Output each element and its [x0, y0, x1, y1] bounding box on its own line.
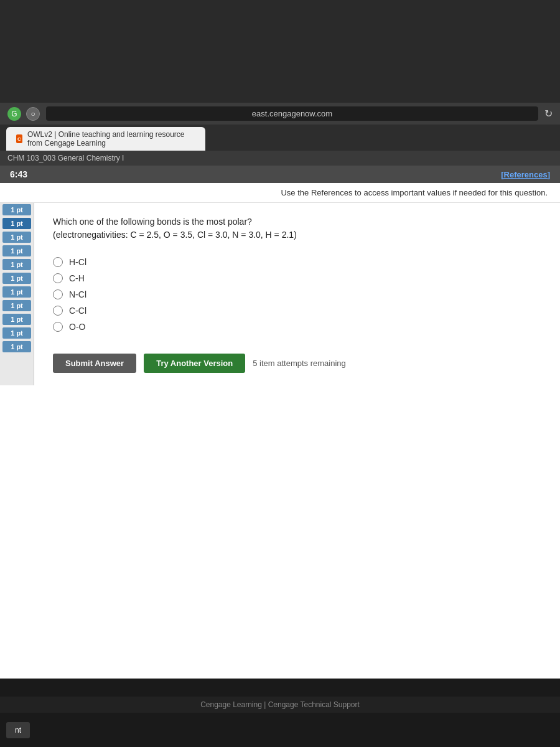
point-item-10: 1 pt: [2, 327, 31, 339]
label-ncl[interactable]: N-Cl: [69, 289, 86, 299]
point-item-1: 1 pt: [2, 204, 31, 215]
answer-option-1: H-Cl: [53, 254, 541, 270]
answer-options: H-Cl C-H N-Cl C-Cl: [53, 254, 541, 335]
assignment-header: 6:43 [References]: [0, 166, 560, 183]
browser-back-icon[interactable]: G: [7, 107, 21, 121]
tab-favicon: C: [16, 134, 22, 143]
cengage-footer: Cengage Learning | Cengage Technical Sup…: [0, 697, 560, 713]
taskbar-item[interactable]: nt: [6, 722, 30, 738]
try-another-button[interactable]: Try Another Version: [144, 354, 245, 373]
label-ccl[interactable]: C-Cl: [69, 306, 86, 316]
point-item-9: 1 pt: [2, 314, 31, 325]
course-nav: CHM 103_003 General Chemistry I: [0, 151, 560, 166]
radio-ccl[interactable]: [53, 306, 63, 316]
label-oo[interactable]: O-O: [69, 322, 85, 332]
footer-text: Cengage Learning | Cengage Technical Sup…: [200, 700, 360, 709]
references-link[interactable]: [References]: [501, 170, 550, 179]
assignment-time: 6:43: [10, 169, 27, 179]
point-item-5: 1 pt: [2, 259, 31, 270]
question-area: Use the References to access important v…: [0, 183, 560, 679]
point-item-6: 1 pt: [2, 273, 31, 284]
refresh-icon[interactable]: ↻: [544, 108, 553, 120]
answer-option-4: C-Cl: [53, 303, 541, 319]
references-note: Use the References to access important v…: [0, 183, 560, 203]
point-item-11: 1 pt: [2, 341, 31, 352]
answer-option-2: C-H: [53, 270, 541, 286]
point-item-8: 1 pt: [2, 300, 31, 311]
browser-forward-icon[interactable]: ○: [26, 107, 40, 121]
label-hcl[interactable]: H-Cl: [69, 257, 86, 267]
label-ch[interactable]: C-H: [69, 273, 85, 283]
browser-icons: G ○: [7, 107, 40, 121]
point-item-4: 1 pt: [2, 245, 31, 256]
question-content: Which one of the following bonds is the …: [34, 203, 560, 385]
content-with-sidebar: 1 pt 1 pt 1 pt 1 pt 1 pt 1 pt 1 pt 1 pt …: [0, 203, 560, 385]
buttons-row: Submit Answer Try Another Version 5 item…: [53, 354, 541, 373]
radio-ncl[interactable]: [53, 289, 63, 299]
question-line1: Which one of the following bonds is the …: [53, 215, 541, 228]
answer-option-3: N-Cl: [53, 286, 541, 303]
tab-bar: C OWLv2 | Online teaching and learning r…: [0, 125, 560, 151]
browser-tab[interactable]: C OWLv2 | Online teaching and learning r…: [6, 127, 205, 151]
attempts-text: 5 item attempts remaining: [253, 359, 346, 368]
question-text: Which one of the following bonds is the …: [53, 215, 541, 242]
answer-option-5: O-O: [53, 319, 541, 335]
main-content: CHM 103_003 General Chemistry I 6:43 [Re…: [0, 151, 560, 679]
radio-oo[interactable]: [53, 322, 63, 332]
point-item-3: 1 pt: [2, 232, 31, 243]
address-bar[interactable]: east.cengagenow.com: [46, 106, 538, 121]
point-item-7: 1 pt: [2, 286, 31, 298]
point-item-2: 1 pt: [2, 218, 31, 229]
question-line2: (electronegativities: C = 2.5, O = 3.5, …: [53, 228, 541, 242]
course-label: CHM 103_003 General Chemistry I: [7, 154, 124, 162]
submit-button[interactable]: Submit Answer: [53, 354, 136, 373]
bottom-taskbar: nt: [0, 713, 560, 747]
radio-ch[interactable]: [53, 273, 63, 283]
radio-hcl[interactable]: [53, 257, 63, 267]
left-sidebar: 1 pt 1 pt 1 pt 1 pt 1 pt 1 pt 1 pt 1 pt …: [0, 203, 34, 385]
tab-title: OWLv2 | Online teaching and learning res…: [27, 130, 195, 148]
